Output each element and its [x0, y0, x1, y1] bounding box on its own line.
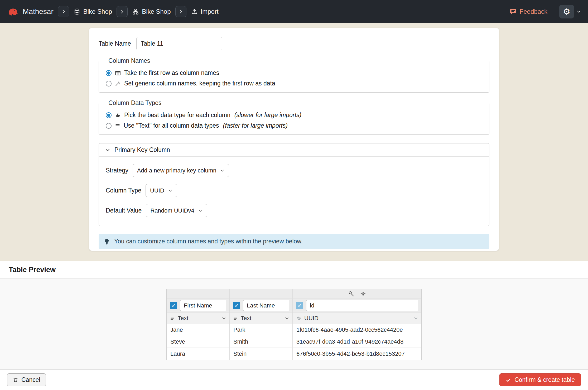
info-banner: You can customize column names and types… [99, 234, 489, 249]
checkbox-check-icon [297, 303, 302, 308]
chevron-down-icon [168, 188, 173, 193]
chevron-down-icon [198, 208, 203, 213]
table-cell: Stein [230, 348, 293, 360]
primary-key-section: Primary Key Column Strategy Add a new pr… [99, 143, 489, 226]
table-cell: Smith [230, 336, 293, 348]
column-type-select-id[interactable]: UUID [293, 312, 421, 324]
column-type-select-value: UUID [150, 187, 164, 194]
settings-button[interactable]: ⚙ [559, 5, 574, 18]
table-row: Laura Stein 676f50c0-3b55-4d42-bc53-b1d8… [167, 348, 421, 360]
option-label: Set generic column names, keeping the fi… [124, 80, 275, 87]
column-checkbox-last-name[interactable] [233, 302, 240, 309]
table-preview-header: Table Preview [0, 261, 588, 279]
lightbulb-icon [103, 238, 110, 245]
feedback-label: Feedback [520, 8, 547, 15]
option-label: Pick the best data type for each column [124, 112, 230, 119]
column-data-types-legend: Column Data Types [106, 99, 164, 107]
option-generic-names[interactable]: Set generic column names, keeping the fi… [106, 80, 482, 87]
column-type-value: Text [178, 315, 188, 322]
check-icon [505, 377, 511, 383]
badge-cell [167, 289, 230, 298]
action-bar: Cancel Confirm & create table [0, 369, 588, 390]
primary-key-collapse-header[interactable]: Primary Key Column [99, 143, 489, 157]
column-type-label: Column Type [106, 187, 141, 194]
strategy-row: Strategy Add a new primary key column [106, 164, 482, 177]
strategy-select[interactable]: Add a new primary key column [133, 164, 229, 177]
column-type-select-last-name[interactable]: Text [230, 312, 293, 324]
column-name-cell [293, 298, 421, 312]
option-note: (faster for large imports) [223, 122, 288, 129]
table-cell: 1f010fc6-4aae-4905-aad2-0cc562c4420e [293, 324, 421, 336]
table-cell: Jane [167, 324, 230, 336]
chevron-down-icon [413, 316, 418, 321]
badge-cell-id [293, 289, 421, 298]
breadcrumb-schema[interactable]: Bike Shop [132, 8, 171, 15]
chevron-down-icon [105, 147, 110, 153]
table-cell: Park [230, 324, 293, 336]
preview-table: Text Text [166, 289, 422, 360]
database-icon [74, 8, 80, 15]
column-type-select-first-name[interactable]: Text [167, 312, 230, 324]
table-name-label: Table Name [99, 40, 131, 47]
column-name-input-last-name[interactable] [243, 300, 289, 311]
chevron-down-icon [220, 168, 225, 173]
column-type-select[interactable]: UUID [146, 184, 177, 197]
key-icon [348, 291, 355, 297]
radio-best-data-type[interactable] [106, 112, 112, 118]
chevron-down-icon [221, 316, 226, 321]
default-value-row: Default Value Random UUIDv4 [106, 204, 482, 217]
option-note: (slower for large imports) [234, 112, 301, 119]
strategy-select-value: Add a new primary key column [137, 167, 216, 174]
default-value-select-value: Random UUIDv4 [150, 207, 194, 214]
checkbox-check-icon [234, 303, 239, 308]
top-navigation-bar: Mathesar Bike Shop Bike Shop [0, 0, 588, 23]
option-label: Take the first row as column names [124, 69, 219, 76]
column-name-input-first-name[interactable] [180, 300, 226, 311]
chevron-down-icon[interactable] [576, 9, 581, 14]
breadcrumb-database[interactable]: Bike Shop [74, 8, 112, 15]
brand-name: Mathesar [23, 7, 54, 16]
app-window: Mathesar Bike Shop Bike Shop [0, 0, 588, 390]
column-type-row: Text Text [167, 312, 421, 324]
default-value-select[interactable]: Random UUIDv4 [146, 204, 207, 217]
brand[interactable]: Mathesar [7, 6, 54, 18]
column-checkbox-first-name[interactable] [170, 302, 177, 309]
text-lines-icon [170, 316, 175, 321]
column-names-fieldset: Column Names Take the first row as colum… [99, 57, 489, 93]
trash-icon [13, 377, 18, 383]
gear-icon: ⚙ [563, 8, 570, 16]
chevron-down-icon [285, 316, 289, 321]
confirm-create-table-button[interactable]: Confirm & create table [499, 373, 581, 386]
column-names-legend: Column Names [106, 57, 152, 64]
column-name-row [167, 298, 421, 312]
radio-first-row-as-names[interactable] [106, 70, 112, 76]
info-banner-text: You can customize column names and types… [114, 238, 303, 245]
breadcrumb-separator [175, 6, 186, 17]
column-name-cell [230, 298, 293, 312]
confirm-label: Confirm & create table [514, 376, 575, 383]
radio-generic-names[interactable] [106, 81, 112, 86]
option-first-row-as-names[interactable]: Take the first row as column names [106, 69, 482, 76]
breadcrumb-import[interactable]: Import [191, 8, 219, 15]
table-preview-title: Table Preview [9, 266, 56, 274]
table-cell: 31eac97f-d0a3-4d1d-a10f-9492c74ae4d8 [293, 336, 421, 348]
chevron-right-icon [119, 9, 125, 14]
breadcrumb-separator [117, 6, 128, 17]
column-checkbox-id[interactable] [296, 302, 303, 309]
column-name-input-id[interactable] [306, 300, 418, 311]
text-lines-icon [115, 123, 121, 129]
radio-all-text[interactable] [106, 123, 112, 129]
chevron-right-icon [178, 9, 184, 14]
breadcrumb-schema-label: Bike Shop [142, 8, 171, 15]
chevron-right-icon [61, 9, 66, 14]
table-cell: Steve [167, 336, 230, 348]
column-data-types-fieldset: Column Data Types Pick the best data typ… [99, 99, 489, 135]
column-type-value: Text [241, 315, 251, 322]
feedback-button[interactable]: Feedback [509, 8, 547, 15]
option-all-text[interactable]: Use "Text" for all column data types (fa… [106, 122, 482, 129]
table-name-input[interactable] [136, 37, 222, 50]
settings-menu[interactable]: ⚙ [559, 5, 581, 18]
upload-icon [191, 8, 198, 15]
option-best-data-type[interactable]: Pick the best data type for each column … [106, 112, 482, 119]
cancel-button[interactable]: Cancel [7, 373, 46, 386]
